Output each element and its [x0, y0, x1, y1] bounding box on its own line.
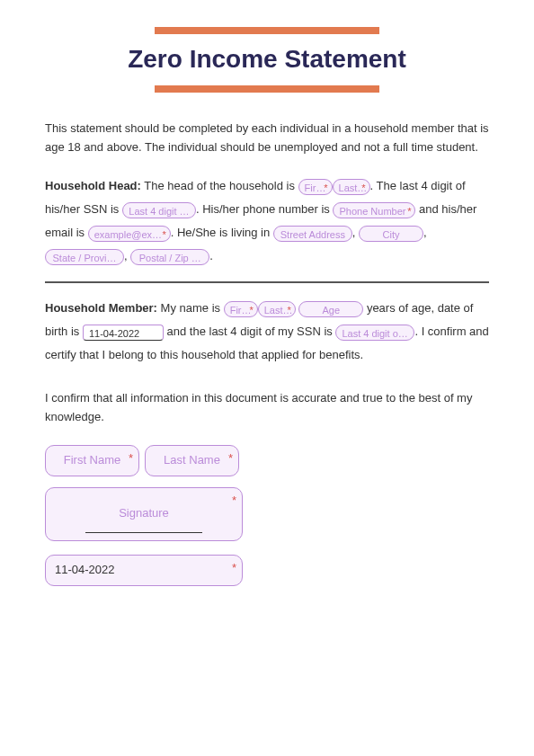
signature-field[interactable]: Signature	[45, 487, 243, 541]
member-ssn-field[interactable]: Last 4 digit o…	[335, 325, 414, 341]
signer-first-name-field[interactable]: First Name	[45, 445, 139, 476]
head-phone-field[interactable]: Phone Number	[333, 202, 415, 218]
head-last-name-field[interactable]: Last…	[333, 179, 370, 195]
head-street-field[interactable]: Street Address	[273, 226, 352, 242]
member-age-field[interactable]: Age	[298, 301, 363, 317]
document-title: Zero Income Statement	[45, 34, 489, 85]
head-first-name-field[interactable]: Fir…	[298, 179, 333, 195]
signature-line	[85, 532, 202, 533]
head-ssn-field[interactable]: Last 4 digit …	[122, 202, 196, 218]
header-bar-bottom	[155, 85, 379, 93]
household-head-section: Household Head: The head of the househol…	[45, 174, 489, 268]
header-bar-top	[155, 27, 379, 34]
signature-date-field[interactable]: 11-04-2022	[45, 555, 243, 586]
head-postal-field[interactable]: Postal / Zip …	[130, 249, 209, 265]
member-first-name-field[interactable]: Fir…	[224, 301, 258, 317]
household-member-section: Household Member: My name is Fir…Last… A…	[45, 297, 489, 367]
household-member-label: Household Member:	[45, 301, 157, 315]
confirm-text: I confirm that all information in this d…	[45, 389, 489, 427]
intro-text: This statement should be completed by ea…	[45, 120, 489, 157]
head-city-field[interactable]: City	[359, 226, 423, 242]
member-dob-field[interactable]: 11-04-2022	[83, 325, 164, 341]
head-email-field[interactable]: example@ex…	[88, 226, 171, 242]
signer-last-name-field[interactable]: Last Name	[145, 445, 239, 476]
member-last-name-field[interactable]: Last…	[258, 301, 296, 317]
household-head-label: Household Head:	[45, 179, 141, 192]
signer-name-row: First Name Last Name	[45, 445, 489, 476]
section-divider	[45, 281, 489, 283]
head-state-field[interactable]: State / Provi…	[45, 249, 124, 265]
